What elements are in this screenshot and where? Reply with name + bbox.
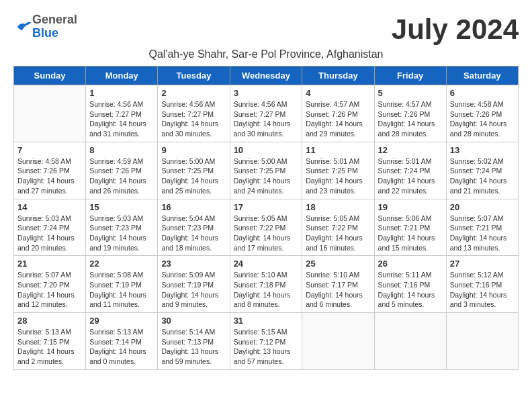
- day-detail: Sunrise: 5:04 AM Sunset: 7:23 PM Dayligh…: [161, 214, 226, 253]
- calendar-day-cell: [14, 85, 86, 142]
- calendar-day-cell: [302, 313, 374, 370]
- day-detail: Sunrise: 5:02 AM Sunset: 7:24 PM Dayligh…: [450, 156, 515, 196]
- day-of-week-header: Saturday: [446, 66, 518, 85]
- calendar-day-cell: 29Sunrise: 5:13 AM Sunset: 7:14 PM Dayli…: [86, 313, 158, 370]
- calendar-day-cell: 8Sunrise: 4:59 AM Sunset: 7:26 PM Daylig…: [86, 142, 158, 199]
- day-detail: Sunrise: 5:01 AM Sunset: 7:25 PM Dayligh…: [306, 156, 370, 196]
- logo-bird-icon: [13, 17, 32, 36]
- calendar-day-cell: 16Sunrise: 5:04 AM Sunset: 7:23 PM Dayli…: [158, 199, 230, 256]
- day-number: 27: [450, 259, 515, 269]
- day-number: 25: [306, 259, 370, 269]
- day-detail: Sunrise: 5:12 AM Sunset: 7:16 PM Dayligh…: [450, 270, 515, 310]
- day-number: 29: [89, 316, 154, 326]
- day-number: 17: [234, 202, 299, 212]
- day-detail: Sunrise: 5:10 AM Sunset: 7:17 PM Dayligh…: [306, 270, 370, 310]
- calendar-day-cell: 30Sunrise: 5:14 AM Sunset: 7:13 PM Dayli…: [158, 313, 230, 370]
- logo-blue-text: Blue: [32, 27, 77, 40]
- day-number: 16: [161, 202, 226, 212]
- day-detail: Sunrise: 4:56 AM Sunset: 7:27 PM Dayligh…: [89, 99, 154, 139]
- day-detail: Sunrise: 5:06 AM Sunset: 7:21 PM Dayligh…: [378, 214, 443, 253]
- day-number: 20: [450, 202, 515, 212]
- day-detail: Sunrise: 5:13 AM Sunset: 7:15 PM Dayligh…: [17, 327, 82, 367]
- calendar-day-cell: 10Sunrise: 5:00 AM Sunset: 7:25 PM Dayli…: [230, 142, 302, 199]
- day-number: 28: [17, 316, 82, 326]
- day-number: 30: [161, 316, 226, 326]
- month-year-title: July 2024: [392, 13, 519, 46]
- calendar-table: SundayMondayTuesdayWednesdayThursdayFrid…: [13, 66, 519, 370]
- calendar-week-row: 7Sunrise: 4:58 AM Sunset: 7:26 PM Daylig…: [14, 142, 519, 199]
- calendar-day-cell: [374, 313, 446, 370]
- day-number: 14: [17, 202, 82, 212]
- day-detail: Sunrise: 5:09 AM Sunset: 7:19 PM Dayligh…: [161, 270, 226, 310]
- calendar-body: 1Sunrise: 4:56 AM Sunset: 7:27 PM Daylig…: [14, 85, 519, 370]
- calendar-day-cell: 5Sunrise: 4:57 AM Sunset: 7:26 PM Daylig…: [374, 85, 446, 142]
- calendar-day-cell: 19Sunrise: 5:06 AM Sunset: 7:21 PM Dayli…: [374, 199, 446, 256]
- day-detail: Sunrise: 4:59 AM Sunset: 7:26 PM Dayligh…: [89, 156, 154, 196]
- day-number: 13: [450, 145, 515, 155]
- day-detail: Sunrise: 5:03 AM Sunset: 7:24 PM Dayligh…: [17, 214, 82, 253]
- calendar-day-cell: 17Sunrise: 5:05 AM Sunset: 7:22 PM Dayli…: [230, 199, 302, 256]
- calendar-day-cell: 20Sunrise: 5:07 AM Sunset: 7:21 PM Dayli…: [446, 199, 518, 256]
- day-number: 21: [17, 259, 82, 269]
- calendar-day-cell: 4Sunrise: 4:57 AM Sunset: 7:26 PM Daylig…: [302, 85, 374, 142]
- calendar-day-cell: 15Sunrise: 5:03 AM Sunset: 7:23 PM Dayli…: [86, 199, 158, 256]
- day-number: 11: [306, 145, 370, 155]
- day-number: 4: [306, 88, 370, 98]
- day-detail: Sunrise: 4:58 AM Sunset: 7:26 PM Dayligh…: [450, 99, 515, 139]
- day-detail: Sunrise: 5:13 AM Sunset: 7:14 PM Dayligh…: [89, 327, 154, 367]
- logo-general-text: General: [32, 13, 77, 27]
- calendar-header-row: SundayMondayTuesdayWednesdayThursdayFrid…: [14, 66, 519, 85]
- day-number: 2: [161, 88, 226, 98]
- day-of-week-header: Friday: [374, 66, 446, 85]
- calendar-day-cell: 1Sunrise: 4:56 AM Sunset: 7:27 PM Daylig…: [86, 85, 158, 142]
- logo: General Blue: [13, 13, 77, 40]
- day-detail: Sunrise: 5:05 AM Sunset: 7:22 PM Dayligh…: [306, 214, 370, 253]
- day-detail: Sunrise: 5:15 AM Sunset: 7:12 PM Dayligh…: [234, 327, 299, 367]
- calendar-day-cell: 27Sunrise: 5:12 AM Sunset: 7:16 PM Dayli…: [446, 256, 518, 313]
- day-detail: Sunrise: 5:10 AM Sunset: 7:18 PM Dayligh…: [234, 270, 299, 310]
- day-detail: Sunrise: 5:07 AM Sunset: 7:21 PM Dayligh…: [450, 214, 515, 253]
- calendar-day-cell: 9Sunrise: 5:00 AM Sunset: 7:25 PM Daylig…: [158, 142, 230, 199]
- calendar-day-cell: 14Sunrise: 5:03 AM Sunset: 7:24 PM Dayli…: [14, 199, 86, 256]
- day-detail: Sunrise: 4:58 AM Sunset: 7:26 PM Dayligh…: [17, 156, 82, 196]
- header: General Blue July 2024: [13, 13, 519, 46]
- day-detail: Sunrise: 5:00 AM Sunset: 7:25 PM Dayligh…: [234, 156, 299, 196]
- day-number: 8: [89, 145, 154, 155]
- day-detail: Sunrise: 5:01 AM Sunset: 7:24 PM Dayligh…: [378, 156, 443, 196]
- calendar-day-cell: 6Sunrise: 4:58 AM Sunset: 7:26 PM Daylig…: [446, 85, 518, 142]
- day-number: 12: [378, 145, 443, 155]
- day-detail: Sunrise: 5:14 AM Sunset: 7:13 PM Dayligh…: [161, 327, 226, 367]
- calendar-day-cell: 21Sunrise: 5:07 AM Sunset: 7:20 PM Dayli…: [14, 256, 86, 313]
- day-of-week-header: Monday: [86, 66, 158, 85]
- calendar-day-cell: 12Sunrise: 5:01 AM Sunset: 7:24 PM Dayli…: [374, 142, 446, 199]
- calendar-week-row: 1Sunrise: 4:56 AM Sunset: 7:27 PM Daylig…: [14, 85, 519, 142]
- day-number: 22: [89, 259, 154, 269]
- day-detail: Sunrise: 5:05 AM Sunset: 7:22 PM Dayligh…: [234, 214, 299, 253]
- day-number: 7: [17, 145, 82, 155]
- day-of-week-header: Thursday: [302, 66, 374, 85]
- calendar-day-cell: 11Sunrise: 5:01 AM Sunset: 7:25 PM Dayli…: [302, 142, 374, 199]
- calendar-day-cell: 3Sunrise: 4:56 AM Sunset: 7:27 PM Daylig…: [230, 85, 302, 142]
- day-number: 5: [378, 88, 443, 98]
- calendar-week-row: 14Sunrise: 5:03 AM Sunset: 7:24 PM Dayli…: [14, 199, 519, 256]
- day-number: 26: [378, 259, 443, 269]
- day-detail: Sunrise: 5:03 AM Sunset: 7:23 PM Dayligh…: [89, 214, 154, 253]
- day-of-week-header: Wednesday: [230, 66, 302, 85]
- day-detail: Sunrise: 4:57 AM Sunset: 7:26 PM Dayligh…: [378, 99, 443, 139]
- day-detail: Sunrise: 5:07 AM Sunset: 7:20 PM Dayligh…: [17, 270, 82, 310]
- day-number: 6: [450, 88, 515, 98]
- day-of-week-header: Sunday: [14, 66, 86, 85]
- day-number: 3: [234, 88, 299, 98]
- day-number: 18: [306, 202, 370, 212]
- day-detail: Sunrise: 4:56 AM Sunset: 7:27 PM Dayligh…: [161, 99, 226, 139]
- day-of-week-header: Tuesday: [158, 66, 230, 85]
- day-detail: Sunrise: 4:56 AM Sunset: 7:27 PM Dayligh…: [234, 99, 299, 139]
- calendar-day-cell: 7Sunrise: 4:58 AM Sunset: 7:26 PM Daylig…: [14, 142, 86, 199]
- day-detail: Sunrise: 5:11 AM Sunset: 7:16 PM Dayligh…: [378, 270, 443, 310]
- calendar-day-cell: 31Sunrise: 5:15 AM Sunset: 7:12 PM Dayli…: [230, 313, 302, 370]
- calendar-day-cell: 2Sunrise: 4:56 AM Sunset: 7:27 PM Daylig…: [158, 85, 230, 142]
- day-detail: Sunrise: 4:57 AM Sunset: 7:26 PM Dayligh…: [306, 99, 370, 139]
- calendar-week-row: 28Sunrise: 5:13 AM Sunset: 7:15 PM Dayli…: [14, 313, 519, 370]
- calendar-day-cell: 22Sunrise: 5:08 AM Sunset: 7:19 PM Dayli…: [86, 256, 158, 313]
- calendar-day-cell: 28Sunrise: 5:13 AM Sunset: 7:15 PM Dayli…: [14, 313, 86, 370]
